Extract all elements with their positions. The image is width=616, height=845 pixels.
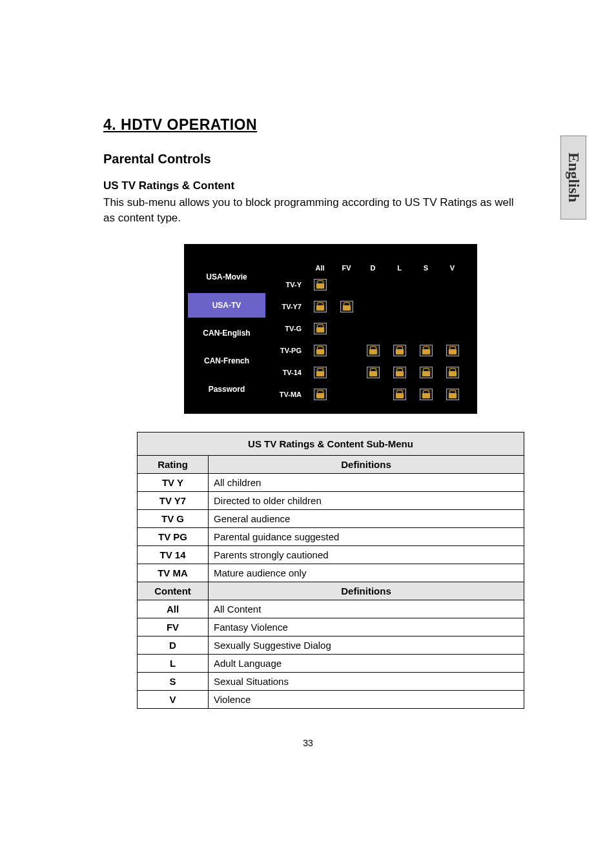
content-def: Sexual Situations xyxy=(209,672,524,690)
content-code: FV xyxy=(138,618,209,636)
rating-header-row: Rating Definitions xyxy=(138,455,524,473)
side-menu: USA-MovieUSA-TVCAN-EnglishCAN-FrenchPass… xyxy=(188,262,265,406)
side-menu-item[interactable]: USA-Movie xyxy=(188,265,265,289)
rating-def: Parents strongly cautioned xyxy=(209,545,524,564)
language-label: English xyxy=(565,152,582,202)
grid-row: TV-G xyxy=(268,318,466,340)
side-menu-item[interactable]: CAN-French xyxy=(188,349,265,373)
grid-cell[interactable] xyxy=(439,389,466,400)
lock-icon xyxy=(393,389,406,400)
grid-cell[interactable] xyxy=(439,367,466,378)
content-code: D xyxy=(138,636,209,654)
content-code: S xyxy=(138,672,209,690)
table-row: LAdult Language xyxy=(138,654,524,672)
grid-row: TV-Y xyxy=(268,274,466,296)
table-row: AllAll Content xyxy=(138,600,524,618)
rating-code: TV MA xyxy=(138,564,209,582)
grid-row: TV-PG xyxy=(268,340,466,361)
rating-row-label: TV-PG xyxy=(268,347,307,354)
subsection-title: Parental Controls xyxy=(103,152,558,167)
grid-cell[interactable] xyxy=(307,367,333,378)
language-tab: English xyxy=(560,136,586,219)
table-row: DSexually Suggestive Dialog xyxy=(138,636,524,654)
rating-def: Parental guidance suggested xyxy=(209,527,524,545)
lock-icon xyxy=(446,345,459,356)
rating-row-label: TV-14 xyxy=(268,369,307,376)
section-title: 4. HDTV OPERATION xyxy=(103,116,558,134)
table-title: US TV Ratings & Content Sub-Menu xyxy=(138,432,524,455)
lock-icon xyxy=(367,345,380,356)
rating-code: TV G xyxy=(138,509,209,527)
lock-icon xyxy=(314,301,327,312)
rating-row-label: TV-G xyxy=(268,325,307,332)
rating-row-label: TV-MA xyxy=(268,391,307,398)
grid-column-header: V xyxy=(439,264,466,272)
rating-def: Mature audience only xyxy=(209,564,524,582)
lock-icon xyxy=(446,389,459,400)
lock-icon xyxy=(393,367,406,378)
tv-menu-screenshot: USA-MovieUSA-TVCAN-EnglishCAN-FrenchPass… xyxy=(184,244,477,414)
grid-cell[interactable] xyxy=(307,389,333,400)
grid-cell[interactable] xyxy=(307,279,333,290)
rating-code: TV Y7 xyxy=(138,491,209,509)
ratings-grid: AllFVDLSV TV-YTV-Y7TV-GTV-PGTV-14TV-MA xyxy=(268,262,466,406)
grid-row: TV-MA xyxy=(268,383,466,405)
grid-header: AllFVDLSV xyxy=(268,262,466,274)
grid-column-header: FV xyxy=(333,264,360,272)
side-menu-item[interactable]: CAN-English xyxy=(188,321,265,345)
grid-cell[interactable] xyxy=(439,345,466,356)
side-menu-item[interactable]: USA-TV xyxy=(188,293,265,318)
grid-cell[interactable] xyxy=(413,367,439,378)
table-title-row: US TV Ratings & Content Sub-Menu xyxy=(138,432,524,455)
grid-cell[interactable] xyxy=(307,323,333,334)
grid-cell[interactable] xyxy=(386,345,413,356)
intro-text: This sub-menu allows you to block progra… xyxy=(103,195,517,226)
content-code: All xyxy=(138,600,209,618)
grid-cell[interactable] xyxy=(386,367,413,378)
rating-code: TV 14 xyxy=(138,545,209,564)
lock-icon xyxy=(314,389,327,400)
lock-icon xyxy=(314,367,327,378)
grid-cell[interactable] xyxy=(360,345,386,356)
content-header-col1: Content xyxy=(138,582,209,600)
content-heading: US TV Ratings & Content xyxy=(103,179,558,192)
side-menu-item[interactable]: Password xyxy=(188,377,265,402)
table-row: SSexual Situations xyxy=(138,672,524,690)
content-code: V xyxy=(138,690,209,708)
lock-icon xyxy=(420,345,433,356)
grid-column-header: L xyxy=(386,264,413,272)
content-def: Adult Language xyxy=(209,654,524,672)
rating-def: General audience xyxy=(209,509,524,527)
grid-row: TV-Y7 xyxy=(268,296,466,318)
document-page: English 4. HDTV OPERATION Parental Contr… xyxy=(0,0,616,709)
table-row: TV MAMature audience only xyxy=(138,564,524,582)
lock-icon xyxy=(446,367,459,378)
grid-column-header: D xyxy=(360,264,386,272)
table-row: TV PGParental guidance suggested xyxy=(138,527,524,545)
content-def: Sexually Suggestive Dialog xyxy=(209,636,524,654)
lock-icon xyxy=(314,345,327,356)
content-header-col2: Definitions xyxy=(209,582,524,600)
grid-cell[interactable] xyxy=(333,301,360,312)
table-row: TV Y7Directed to older children xyxy=(138,491,524,509)
content-def: Violence xyxy=(209,690,524,708)
table-row: TV YAll children xyxy=(138,473,524,491)
rating-code: TV Y xyxy=(138,473,209,491)
grid-row: TV-14 xyxy=(268,361,466,383)
rating-header-col2: Definitions xyxy=(209,455,524,473)
lock-icon xyxy=(314,279,327,290)
rating-row-label: TV-Y7 xyxy=(268,303,307,311)
page-number: 33 xyxy=(0,738,616,748)
grid-cell[interactable] xyxy=(413,345,439,356)
content-def: Fantasy Violence xyxy=(209,618,524,636)
definitions-table: US TV Ratings & Content Sub-Menu Rating … xyxy=(137,432,524,709)
rating-def: Directed to older children xyxy=(209,491,524,509)
grid-cell[interactable] xyxy=(360,367,386,378)
rating-row-label: TV-Y xyxy=(268,281,307,289)
rating-def: All children xyxy=(209,473,524,491)
grid-cell[interactable] xyxy=(413,389,439,400)
lock-icon xyxy=(314,323,327,334)
grid-cell[interactable] xyxy=(307,345,333,356)
grid-cell[interactable] xyxy=(307,301,333,312)
grid-cell[interactable] xyxy=(386,389,413,400)
